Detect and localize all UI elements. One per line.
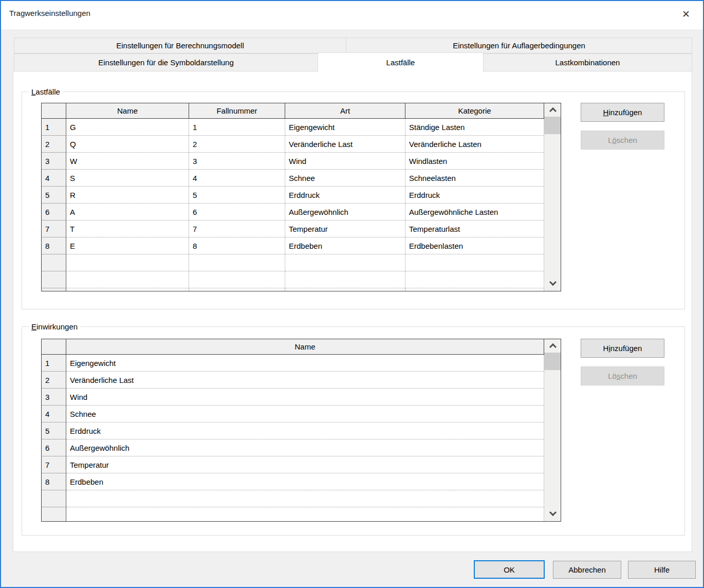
cell-name[interactable]: Veränderliche Last xyxy=(66,372,544,389)
row-number-cell[interactable] xyxy=(42,490,66,507)
table-row: 6 A 6 Außergewöhnlich Außergewöhnliche L… xyxy=(42,204,544,220)
scroll-thumb[interactable] xyxy=(544,353,561,370)
table-row: 6 Außergewöhnlich xyxy=(42,439,544,456)
tab-lastkombinationen[interactable]: Lastkombinationen xyxy=(483,53,692,71)
cell-name[interactable]: Schnee xyxy=(66,406,544,422)
cell-fallnummer[interactable]: 7 xyxy=(189,220,285,237)
row-number-cell[interactable] xyxy=(42,507,66,522)
table-row-empty xyxy=(42,490,544,507)
lastfaelle-group-label: Lastfälle xyxy=(29,87,63,97)
scroll-down-button[interactable] xyxy=(544,507,561,521)
cell-art[interactable]: Wind xyxy=(285,153,405,170)
cell-art[interactable]: Erddruck xyxy=(285,187,405,204)
tab-berechnungsmodell[interactable]: Einstellungen für Berechnungsmodell xyxy=(14,38,346,53)
cell-art[interactable]: Eigengewicht xyxy=(285,119,405,136)
close-button[interactable]: ✕ xyxy=(675,5,697,23)
row-number-cell[interactable]: 7 xyxy=(42,456,66,473)
cell-name[interactable]: G xyxy=(66,119,189,136)
row-number-cell[interactable]: 1 xyxy=(42,119,66,136)
row-number-cell[interactable] xyxy=(42,271,66,288)
row-number-cell[interactable]: 5 xyxy=(42,187,66,204)
cell-name[interactable]: Q xyxy=(66,136,189,153)
ok-button[interactable]: OK xyxy=(474,560,545,579)
cell-name[interactable]: E xyxy=(66,237,189,254)
row-number-cell[interactable]: 1 xyxy=(42,355,66,372)
row-number-cell[interactable] xyxy=(42,254,66,271)
table-row: 8 E 8 Erdbeben Erdbebenlasten xyxy=(42,237,544,254)
einwirkungen-add-button[interactable]: Hinzufügen xyxy=(581,339,664,358)
einwirkungen-group-label: Einwirkungen xyxy=(29,322,80,332)
row-number-cell[interactable]: 2 xyxy=(42,372,66,389)
cell-fallnummer[interactable]: 3 xyxy=(189,153,285,170)
cell-art[interactable]: Außergewöhnlich xyxy=(285,204,405,220)
dialog-title: Tragwerkseinstellungen xyxy=(9,9,90,17)
table-row: 7 Temperatur xyxy=(42,456,544,473)
row-number-cell[interactable]: 4 xyxy=(42,170,66,187)
row-number-cell[interactable]: 8 xyxy=(42,237,66,254)
cell-art[interactable]: Schnee xyxy=(285,170,405,187)
table-row: 1 G 1 Eigengewicht Ständige Lasten xyxy=(42,119,544,136)
tab-auflagerbedingungen[interactable]: Einstellungen für Auflagerbedingungen xyxy=(346,38,692,53)
row-number-cell[interactable]: 8 xyxy=(42,473,66,490)
cell-name[interactable]: Eigengewicht xyxy=(66,355,544,372)
cell-fallnummer[interactable]: 2 xyxy=(189,136,285,153)
cancel-button[interactable]: Abbrechen xyxy=(553,561,621,579)
vertical-scrollbar[interactable] xyxy=(544,339,561,521)
row-number-cell[interactable] xyxy=(42,288,66,291)
row-number-cell[interactable]: 3 xyxy=(42,389,66,406)
table-row: 2 Veränderliche Last xyxy=(42,372,544,389)
row-number-cell[interactable]: 3 xyxy=(42,153,66,170)
help-button[interactable]: Hilfe xyxy=(628,561,696,579)
header-corner-cell xyxy=(42,103,66,119)
einwirkungen-delete-button[interactable]: Löschen xyxy=(581,366,664,385)
cell-name[interactable]: W xyxy=(66,153,189,170)
cell-name[interactable]: R xyxy=(66,187,189,204)
cell-kategorie[interactable]: Erdbebenlasten xyxy=(405,237,544,254)
tab-label: Lastkombinationen xyxy=(555,58,620,67)
cell-kategorie[interactable]: Außergewöhnliche Lasten xyxy=(405,204,544,220)
cell-fallnummer[interactable]: 8 xyxy=(189,237,285,254)
row-number-cell[interactable]: 2 xyxy=(42,136,66,153)
cell-name[interactable]: T xyxy=(66,220,189,237)
scroll-down-button[interactable] xyxy=(544,277,561,290)
tragwerkseinstellungen-dialog: Tragwerkseinstellungen ✕ Einstellungen f… xyxy=(0,0,704,588)
cell-art[interactable]: Temperatur xyxy=(285,220,405,237)
scroll-up-button[interactable] xyxy=(544,339,561,353)
row-number-cell[interactable]: 6 xyxy=(42,439,66,456)
row-number-cell[interactable]: 7 xyxy=(42,220,66,237)
cell-kategorie[interactable]: Ständige Lasten xyxy=(405,119,544,136)
tab-lastfaelle[interactable]: Lastfälle xyxy=(318,52,484,72)
vertical-scrollbar[interactable] xyxy=(544,103,561,291)
cell-fallnummer[interactable]: 5 xyxy=(189,187,285,204)
cell-art[interactable]: Veränderliche Last xyxy=(285,136,405,153)
scroll-up-button[interactable] xyxy=(544,103,561,117)
cell-kategorie[interactable]: Erddruck xyxy=(405,187,544,204)
table-header-row: Name Fallnummer Art Kategorie xyxy=(42,103,544,119)
cell-art[interactable]: Erdbeben xyxy=(285,237,405,254)
cell-name[interactable]: Erddruck xyxy=(66,422,544,439)
cell-kategorie[interactable]: Veränderliche Lasten xyxy=(405,136,544,153)
row-number-cell[interactable]: 5 xyxy=(42,422,66,439)
lastfaelle-add-button[interactable]: Hinzufügen xyxy=(581,103,664,122)
scroll-thumb[interactable] xyxy=(544,117,561,134)
lastfaelle-delete-button[interactable]: Löschen xyxy=(581,131,664,150)
cell-name[interactable]: Außergewöhnlich xyxy=(66,439,544,456)
cell-name[interactable]: Erdbeben xyxy=(66,473,544,490)
row-number-cell[interactable]: 6 xyxy=(42,204,66,220)
cell-name[interactable]: Wind xyxy=(66,389,544,406)
cell-kategorie[interactable]: Windlasten xyxy=(405,153,544,170)
cell-name[interactable]: Temperatur xyxy=(66,456,544,473)
cell-fallnummer[interactable]: 4 xyxy=(189,170,285,187)
row-number-cell[interactable]: 4 xyxy=(42,406,66,422)
tab-symboldarstellung[interactable]: Einstellungen für die Symboldarstellung xyxy=(14,53,318,71)
cell-kategorie[interactable]: Temperaturlast xyxy=(405,220,544,237)
cell-fallnummer[interactable]: 6 xyxy=(189,204,285,220)
tab-label: Einstellungen für die Symboldarstellung xyxy=(98,58,234,67)
table-row: 3 Wind xyxy=(42,389,544,406)
table-row: 4 Schnee xyxy=(42,406,544,422)
lastfaelle-table: Name Fallnummer Art Kategorie 1 G 1 Eige… xyxy=(41,103,561,291)
cell-fallnummer[interactable]: 1 xyxy=(189,119,285,136)
cell-name[interactable]: S xyxy=(66,170,189,187)
cell-kategorie[interactable]: Schneelasten xyxy=(405,170,544,187)
cell-name[interactable]: A xyxy=(66,204,189,220)
